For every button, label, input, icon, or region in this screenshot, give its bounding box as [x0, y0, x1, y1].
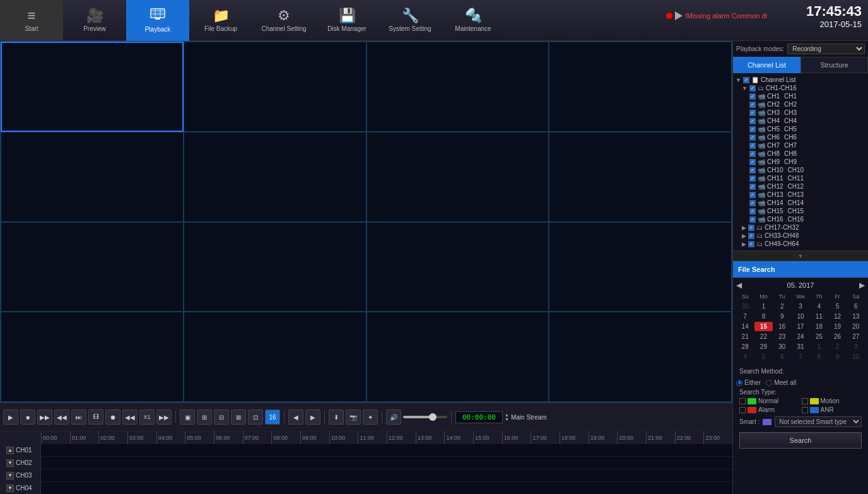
frame-button[interactable]: 🎞: [88, 409, 103, 425]
nav-item-disk-manager[interactable]: 💾 Disk Manager: [315, 0, 378, 41]
calendar-day[interactable]: 5: [828, 302, 846, 311]
timeline-expand-CH01[interactable]: ▲: [6, 447, 14, 454]
tree-checkbox-CH12[interactable]: [749, 184, 756, 190]
skip-end-button[interactable]: ⏭: [71, 409, 86, 425]
search-type-alarm[interactable]: Alarm: [739, 406, 800, 413]
tree-group-3[interactable]: ▶ 🗂 CH49-CH64: [734, 240, 867, 248]
calendar-day[interactable]: 13: [847, 312, 865, 321]
tree-expand-group-3[interactable]: ▶: [742, 241, 746, 247]
stepper-up[interactable]: ▲: [505, 413, 509, 417]
calendar-day[interactable]: 14: [736, 322, 754, 331]
layout-9-button[interactable]: ⊡: [248, 409, 263, 425]
video-cell-12[interactable]: [549, 222, 732, 312]
tree-channel-CH2[interactable]: 📹 CH2 CH2: [734, 100, 867, 109]
calendar-day[interactable]: 28: [736, 342, 754, 351]
video-cell-9[interactable]: [1, 222, 184, 312]
time-stepper[interactable]: ▲ ▼: [505, 413, 509, 421]
tree-checkbox-group-2[interactable]: [748, 233, 754, 239]
layout-8-button[interactable]: ⊠: [231, 409, 246, 425]
calendar-day[interactable]: 4: [736, 352, 754, 362]
calendar-day[interactable]: 26: [828, 332, 846, 341]
tree-checkbox-CH6[interactable]: [749, 134, 756, 141]
tab-channel-list[interactable]: Channel List: [733, 57, 801, 73]
tree-checkbox-CH14[interactable]: [749, 200, 756, 206]
timeline-bar-CH01[interactable]: [41, 444, 732, 456]
calendar-day[interactable]: 24: [792, 332, 809, 341]
search-method-meet-all[interactable]: Meet all: [766, 379, 796, 386]
layout-single-button[interactable]: ▣: [180, 409, 195, 425]
checkbox-motion[interactable]: [802, 398, 808, 404]
calendar-day[interactable]: 23: [773, 332, 791, 341]
calendar-day[interactable]: 4: [810, 302, 828, 311]
calendar-day[interactable]: 7: [736, 312, 754, 321]
search-type-anr[interactable]: ANR: [802, 406, 862, 413]
tree-group-2[interactable]: ▶ 🗂 CH33-CH48: [734, 232, 867, 240]
calendar-day[interactable]: 31: [792, 342, 809, 351]
search-method-either[interactable]: Either: [736, 379, 761, 386]
video-cell-6[interactable]: [184, 132, 367, 222]
tree-checkbox-CH7[interactable]: [749, 143, 756, 149]
calendar-day[interactable]: 25: [810, 332, 828, 341]
tree-checkbox-root[interactable]: [743, 77, 749, 83]
tree-root[interactable]: ▼ 📋 Channel List: [734, 76, 867, 84]
tree-checkbox-CH3[interactable]: [749, 110, 756, 116]
volume-icon[interactable]: 🔊: [386, 409, 401, 425]
calendar-day[interactable]: 21: [736, 332, 754, 341]
timeline-expand-CH04[interactable]: ▼: [6, 485, 14, 492]
timeline-bar-CH03[interactable]: [41, 469, 732, 481]
calendar-day[interactable]: 8: [754, 312, 772, 321]
calendar-day[interactable]: 12: [828, 312, 846, 321]
video-cell-7[interactable]: [367, 132, 549, 222]
layout-6-button[interactable]: ⊟: [214, 409, 229, 425]
checkbox-anr[interactable]: [802, 407, 808, 413]
tree-checkbox-CH4[interactable]: [749, 118, 756, 124]
tree-channel-CH13[interactable]: 📹 CH13 CH13: [734, 191, 867, 199]
timeline-expand-CH02[interactable]: ▼: [6, 459, 14, 467]
cal-prev-button[interactable]: ◀: [736, 281, 742, 290]
stop-button[interactable]: ■: [20, 409, 35, 425]
tree-channel-CH12[interactable]: 📹 CH12 CH12: [734, 182, 867, 191]
video-cell-8[interactable]: [549, 132, 732, 222]
tree-channel-CH3[interactable]: 📹 CH3 CH3: [734, 109, 867, 117]
calendar-day[interactable]: 9: [773, 312, 791, 321]
video-cell-5[interactable]: [1, 132, 184, 222]
fast-rewind-button[interactable]: ◀◀: [122, 409, 138, 425]
calendar-day[interactable]: 30: [736, 302, 754, 311]
tree-channel-CH16[interactable]: 📹 CH16 CH16: [734, 215, 867, 223]
nav-item-system-setting[interactable]: 🔧 System Setting: [378, 0, 442, 41]
tree-expand-group-2[interactable]: ▶: [742, 233, 746, 239]
nav-item-maintenance[interactable]: 🔩 Maintenance: [442, 0, 505, 41]
timeline-expand-CH03[interactable]: ▼: [6, 472, 14, 479]
tree-checkbox-group-3[interactable]: [748, 241, 754, 247]
calendar-day[interactable]: 5: [754, 352, 772, 362]
tree-expand-group-0[interactable]: ▼: [742, 85, 748, 91]
calendar-day[interactable]: 10: [792, 312, 809, 321]
nav-item-playback[interactable]: Playback: [126, 0, 189, 41]
video-cell-11[interactable]: [367, 222, 549, 312]
calendar-day[interactable]: 10: [847, 352, 865, 362]
calendar-day[interactable]: 1: [810, 342, 828, 351]
calendar-day[interactable]: 16: [773, 322, 791, 331]
rewind-button[interactable]: ◀◀: [54, 409, 69, 425]
timeline-bar-CH02[interactable]: [41, 457, 732, 469]
tree-group-0[interactable]: ▼ 🗂 CH1-CH16: [734, 84, 867, 92]
search-type-normal[interactable]: Normal: [739, 397, 800, 404]
tree-checkbox-CH16[interactable]: [749, 216, 756, 223]
playback-modes-select[interactable]: RecordingDownloadExport: [787, 44, 865, 54]
volume-slider[interactable]: [403, 416, 447, 418]
search-button[interactable]: Search: [739, 432, 862, 449]
calendar-day[interactable]: 29: [754, 342, 772, 351]
calendar-day[interactable]: 3: [847, 342, 865, 351]
tree-channel-CH8[interactable]: 📹 CH8 CH8: [734, 150, 867, 158]
calendar-day[interactable]: 27: [847, 332, 865, 341]
tree-checkbox-CH1[interactable]: [749, 93, 756, 100]
fast-forward-button[interactable]: ▶▶: [156, 409, 172, 425]
tree-checkbox-CH15[interactable]: [749, 208, 756, 215]
smart-type-select[interactable]: Not selected Smart type: [775, 416, 862, 427]
video-cell-14[interactable]: [184, 312, 367, 402]
video-cell-3[interactable]: [367, 42, 549, 132]
calendar-day[interactable]: 3: [792, 302, 809, 311]
nav-item-channel-setting[interactable]: ⚙ Channel Setting: [252, 0, 315, 41]
video-cell-4[interactable]: [549, 42, 732, 132]
video-cell-13[interactable]: [1, 312, 184, 402]
